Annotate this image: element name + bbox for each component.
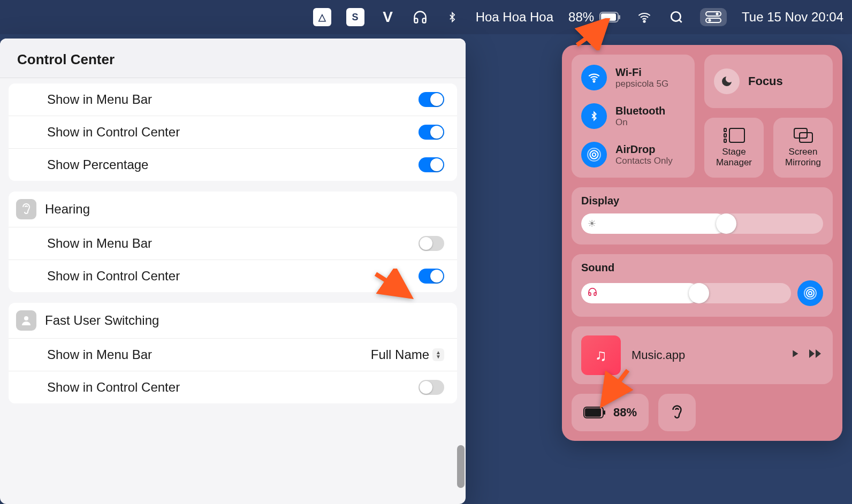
group-header-hearing: Hearing: [9, 192, 457, 227]
row-label: Show in Menu Bar: [47, 92, 152, 107]
moon-icon: [714, 68, 740, 94]
select-fastuser-menubar[interactable]: Full Name ▲▼: [371, 347, 444, 362]
cc-music-title: Music.app: [632, 348, 778, 362]
wifi-icon[interactable]: [636, 9, 653, 26]
toggle-show-menubar[interactable]: [419, 92, 444, 107]
settings-title: Control Center: [0, 39, 466, 78]
battery-percent-text: 88%: [568, 10, 594, 25]
battery-status[interactable]: 88%: [568, 10, 621, 25]
cc-focus[interactable]: Focus: [704, 55, 833, 108]
row-show-percentage: Show Percentage: [9, 148, 457, 181]
clock[interactable]: Tue 15 Nov 20:04: [742, 10, 843, 25]
menu-bar: △ S V Hoa Hoa Hoa 88% Tue 15 Nov 20:04: [0, 0, 852, 34]
cc-airdrop[interactable]: AirDrop Contacts Only: [581, 142, 685, 167]
svg-point-4: [671, 12, 680, 21]
svg-point-10: [594, 81, 595, 82]
cc-airdrop-title: AirDrop: [615, 143, 673, 156]
row-show-menubar: Show in Menu Bar: [9, 83, 457, 116]
cc-bluetooth-subtitle: On: [615, 117, 665, 128]
cc-battery-chip[interactable]: 88%: [572, 394, 649, 431]
svg-point-9: [24, 316, 28, 320]
cc-screen-mirroring-label: Screen Mirroring: [783, 147, 823, 169]
svg-rect-24: [585, 408, 601, 417]
row-label: Show in Menu Bar: [47, 236, 152, 251]
stage-manager-icon: [723, 127, 746, 143]
svg-rect-25: [604, 410, 605, 415]
cc-wifi[interactable]: Wi-Fi pepsicola 5G: [581, 65, 685, 90]
svg-rect-14: [724, 128, 726, 132]
battery-icon: [599, 12, 621, 22]
svg-point-8: [709, 19, 711, 22]
cc-battery-percent: 88%: [613, 406, 637, 419]
row-fastuser-menubar: Show in Menu Bar Full Name ▲▼: [9, 338, 457, 371]
cc-sound-tile: Sound: [572, 254, 833, 317]
music-app-icon: ♫: [581, 335, 621, 375]
row-fastuser-cc: Show in Control Center: [9, 371, 457, 403]
airdrop-icon: [581, 142, 607, 167]
group-header-fast-user: Fast User Switching: [9, 303, 457, 338]
control-center-icon: [705, 11, 721, 23]
toggle-fastuser-cc[interactable]: [419, 380, 444, 395]
toggle-hearing-menubar[interactable]: [419, 236, 444, 251]
svg-rect-5: [706, 12, 721, 16]
control-center-panel: Wi-Fi pepsicola 5G Bluetooth On AirDro: [562, 45, 842, 441]
forward-icon[interactable]: [808, 348, 823, 363]
toggle-show-cc[interactable]: [419, 125, 444, 140]
svg-rect-1: [601, 13, 616, 21]
cc-wifi-title: Wi-Fi: [615, 66, 668, 79]
wifi-icon: [581, 65, 607, 90]
svg-point-3: [644, 21, 645, 22]
svg-point-12: [590, 150, 598, 158]
app-icon-v[interactable]: V: [379, 9, 397, 26]
row-label: Show in Menu Bar: [47, 347, 152, 362]
app-icon-1[interactable]: △: [313, 8, 331, 26]
row-label: Show in Control Center: [47, 269, 180, 284]
search-icon[interactable]: [668, 9, 685, 26]
headphones-icon[interactable]: [412, 9, 429, 26]
svg-rect-2: [619, 15, 620, 19]
cc-bluetooth[interactable]: Bluetooth On: [581, 103, 685, 129]
settings-body: Show in Menu Bar Show in Control Center …: [0, 78, 466, 494]
user-menu[interactable]: Hoa Hoa Hoa: [476, 10, 553, 25]
toggle-show-percentage[interactable]: [419, 157, 444, 172]
cc-display-slider[interactable]: ☀: [581, 213, 823, 234]
svg-rect-7: [706, 18, 721, 22]
cc-music-tile[interactable]: ♫ Music.app: [572, 326, 833, 384]
row-show-cc: Show in Control Center: [9, 116, 457, 148]
cc-display-label: Display: [581, 195, 823, 207]
cc-airdrop-subtitle: Contacts Only: [615, 156, 673, 166]
toggle-hearing-cc[interactable]: [419, 269, 444, 284]
cc-bluetooth-title: Bluetooth: [615, 105, 665, 117]
cc-screen-mirroring[interactable]: Screen Mirroring: [773, 118, 833, 178]
svg-point-20: [809, 292, 812, 295]
bluetooth-icon[interactable]: [444, 9, 461, 26]
svg-point-11: [592, 153, 596, 157]
settings-group-battery: Show in Menu Bar Show in Control Center …: [9, 83, 457, 181]
svg-rect-17: [729, 128, 744, 142]
cc-sound-label: Sound: [581, 262, 823, 274]
control-center-menu-button[interactable]: [700, 8, 727, 26]
svg-point-21: [807, 289, 814, 297]
app-icon-s[interactable]: S: [346, 8, 364, 26]
user-icon: [16, 310, 36, 331]
svg-rect-15: [724, 134, 726, 137]
cc-airplay-audio-button[interactable]: [797, 280, 823, 306]
row-label: Show in Control Center: [47, 125, 180, 140]
cc-sound-slider[interactable]: [581, 283, 791, 303]
cc-small-row: Stage Manager Screen Mirroring: [704, 118, 833, 178]
chevron-updown-icon: ▲▼: [432, 348, 444, 361]
row-hearing-cc: Show in Control Center: [9, 259, 457, 292]
cc-network-tile: Wi-Fi pepsicola 5G Bluetooth On AirDro: [572, 55, 695, 178]
scrollbar-thumb[interactable]: [457, 445, 465, 488]
svg-point-6: [716, 13, 719, 16]
row-label: Show in Control Center: [47, 380, 180, 395]
cc-right-col: Focus Stage Manager Screen Mirroring: [704, 55, 833, 178]
cc-stage-manager[interactable]: Stage Manager: [704, 118, 764, 178]
cc-hearing-chip[interactable]: [658, 394, 696, 431]
battery-icon: [583, 407, 606, 418]
settings-window: Control Center Show in Menu Bar Show in …: [0, 39, 466, 504]
cc-wifi-subtitle: pepsicola 5G: [615, 79, 668, 89]
hearing-icon: [16, 199, 36, 219]
cc-music-controls: [789, 348, 823, 363]
play-icon[interactable]: [789, 348, 801, 363]
